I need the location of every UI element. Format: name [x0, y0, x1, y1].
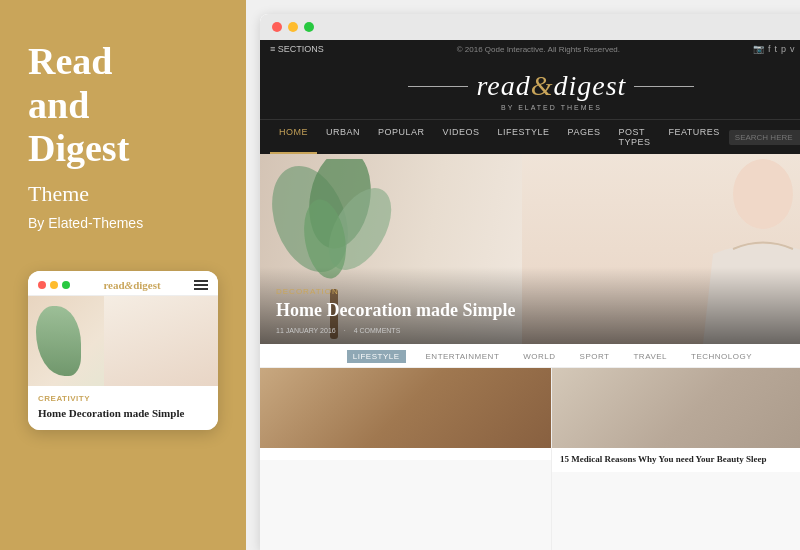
- mobile-card-tag: CREATIVITY: [38, 394, 208, 403]
- pinterest-icon[interactable]: p: [781, 44, 786, 54]
- mobile-dot-green: [62, 281, 70, 289]
- bottom-card-right-content: 15 Medical Reasons Why You need Your Bea…: [552, 448, 800, 472]
- maximize-button-icon[interactable]: [304, 22, 314, 32]
- hero-overlay: DECORATION Home Decoration made Simple 1…: [260, 267, 800, 344]
- topbar-copyright: © 2016 Qode Interactive. All Rights Rese…: [457, 45, 620, 54]
- bottom-content-grid: 15 Medical Reasons Why You need Your Bea…: [260, 368, 800, 550]
- hero-date: 11 JANUARY 2016: [276, 327, 336, 334]
- logo-line-right: [634, 86, 694, 87]
- nav-item-features[interactable]: FEATURES: [659, 120, 728, 154]
- sections-menu[interactable]: ≡ SECTIONS: [270, 44, 324, 54]
- logo-line-left: [408, 86, 468, 87]
- site-nav: HOME URBAN POPULAR VIDEOS LIFESTYLE PAGE…: [260, 119, 800, 154]
- bottom-card-title: 15 Medical Reasons Why You need Your Bea…: [560, 454, 800, 466]
- browser-window: ≡ SECTIONS © 2016 Qode Interactive. All …: [260, 14, 800, 550]
- facebook-icon[interactable]: f: [768, 44, 771, 54]
- tab-sport[interactable]: SPORT: [576, 350, 614, 363]
- search-input[interactable]: [729, 130, 800, 145]
- mobile-hero-image: [28, 296, 218, 386]
- nav-item-post-types[interactable]: POST TYPES: [609, 120, 659, 154]
- site-logo: read&digest: [400, 70, 702, 102]
- bottom-card-left: [260, 368, 551, 550]
- hero-dot-separator: ·: [344, 327, 346, 334]
- close-button-icon[interactable]: [272, 22, 282, 32]
- tab-technology[interactable]: TECHNOLOGY: [687, 350, 756, 363]
- right-panel: ≡ SECTIONS © 2016 Qode Interactive. All …: [246, 0, 800, 550]
- mobile-hamburger-icon: [194, 280, 208, 290]
- hero-meta: 11 JANUARY 2016 · 4 COMMENTS: [276, 327, 800, 334]
- site-header: read&digest BY ELATED THEMES: [260, 58, 800, 119]
- social-icons: 📷 f t p v: [753, 44, 795, 54]
- bottom-tabs: LIFESTYLE ENTERTAINMENT WORLD SPORT TRAV…: [260, 344, 800, 368]
- site-content: ≡ SECTIONS © 2016 Qode Interactive. All …: [260, 40, 800, 550]
- mobile-dot-yellow: [50, 281, 58, 289]
- site-hero: DECORATION Home Decoration made Simple 1…: [260, 154, 800, 344]
- site-topbar: ≡ SECTIONS © 2016 Qode Interactive. All …: [260, 40, 800, 58]
- mobile-preview: read&digest CREATIVITY Home Decoration m…: [28, 271, 218, 430]
- nav-item-popular[interactable]: POPULAR: [369, 120, 434, 154]
- hero-comments: 4 COMMENTS: [354, 327, 401, 334]
- vimeo-icon[interactable]: v: [790, 44, 795, 54]
- nav-item-videos[interactable]: VIDEOS: [434, 120, 489, 154]
- mobile-plant-decoration: [36, 306, 81, 376]
- nav-items: HOME URBAN POPULAR VIDEOS LIFESTYLE PAGE…: [270, 120, 729, 154]
- topbar-left: ≡ SECTIONS: [270, 44, 324, 54]
- tab-entertainment[interactable]: ENTERTAINMENT: [422, 350, 504, 363]
- svg-point-5: [733, 159, 793, 229]
- nav-item-pages[interactable]: PAGES: [559, 120, 610, 154]
- tab-lifestyle[interactable]: LIFESTYLE: [347, 350, 406, 363]
- nav-item-urban[interactable]: URBAN: [317, 120, 369, 154]
- tab-world[interactable]: WORLD: [519, 350, 559, 363]
- topbar-right: 📷 f t p v English ▾: [753, 44, 800, 54]
- browser-chrome: [260, 14, 800, 40]
- theme-subtitle: Theme: [28, 181, 218, 207]
- mobile-dot-red: [38, 281, 46, 289]
- theme-title: Read and Digest: [28, 40, 218, 171]
- left-panel: Read and Digest Theme By Elated-Themes r…: [0, 0, 246, 550]
- minimize-button-icon[interactable]: [288, 22, 298, 32]
- mobile-card-title: Home Decoration made Simple: [38, 406, 208, 420]
- mobile-figure: [104, 296, 218, 386]
- mobile-traffic-lights: [38, 281, 70, 289]
- nav-item-lifestyle[interactable]: LIFESTYLE: [489, 120, 559, 154]
- nav-search: 🔍: [729, 127, 800, 147]
- tab-travel[interactable]: TRAVEL: [629, 350, 671, 363]
- instagram-icon[interactable]: 📷: [753, 44, 764, 54]
- bottom-card-left-content: [260, 448, 551, 460]
- hero-title: Home Decoration made Simple: [276, 300, 800, 321]
- twitter-icon[interactable]: t: [775, 44, 778, 54]
- mobile-top-bar: read&digest: [28, 271, 218, 296]
- nav-item-home[interactable]: HOME: [270, 120, 317, 154]
- hero-category: DECORATION: [276, 287, 800, 296]
- site-tagline: BY ELATED THEMES: [501, 104, 602, 111]
- theme-author: By Elated-Themes: [28, 215, 218, 231]
- mobile-logo: read&digest: [103, 279, 160, 291]
- bottom-card-right-image: [552, 368, 800, 448]
- logo-ampersand: &: [531, 70, 554, 102]
- mobile-card-content: CREATIVITY Home Decoration made Simple: [28, 386, 218, 430]
- bottom-card-left-image: [260, 368, 551, 448]
- bottom-card-right: 15 Medical Reasons Why You need Your Bea…: [552, 368, 800, 550]
